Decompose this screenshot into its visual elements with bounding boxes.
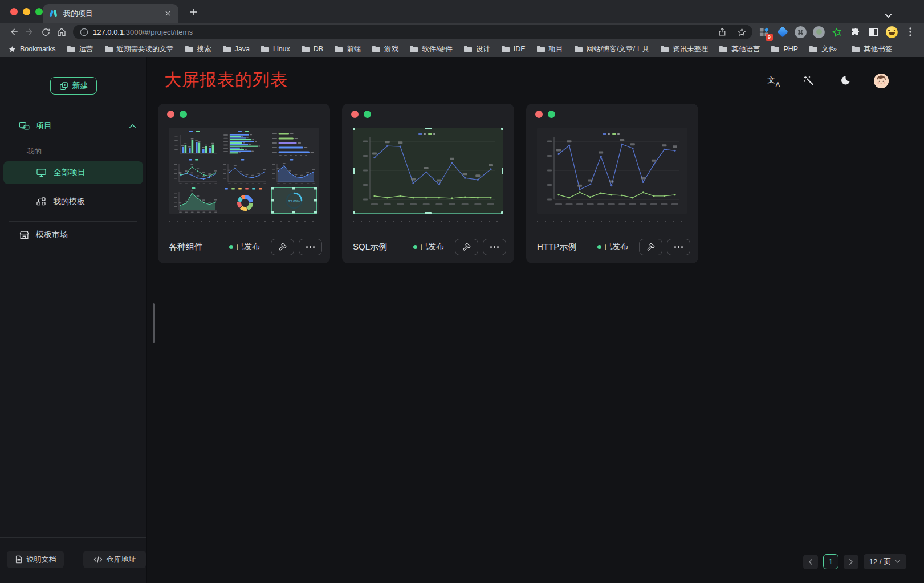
project-thumbnail[interactable] <box>353 128 503 214</box>
sidebar-group-mine: 我的 <box>0 142 146 161</box>
project-card[interactable]: 25.00% 各种组件 已发布 <box>158 104 330 263</box>
monitor-icon <box>36 168 47 178</box>
bookmark-folder[interactable]: 游戏 <box>372 44 398 54</box>
extension-dot-icon[interactable] <box>812 25 826 39</box>
bookmark-folder[interactable]: 软件/硬件 <box>409 44 452 54</box>
edit-button[interactable] <box>639 239 662 255</box>
user-avatar[interactable] <box>874 74 889 88</box>
folder-icon <box>104 45 113 53</box>
tab-close-icon[interactable] <box>163 9 173 18</box>
sidebar-section-projects[interactable]: 项目 <box>0 117 146 135</box>
green-dot-icon <box>548 111 555 118</box>
template-icon <box>36 197 46 207</box>
forward-icon[interactable] <box>22 24 38 40</box>
language-icon[interactable]: 文 A <box>767 75 780 87</box>
bookmark-star-icon[interactable] <box>734 25 749 39</box>
folder-icon <box>536 45 546 53</box>
project-name: 各种组件 <box>169 242 229 252</box>
side-panel-icon[interactable] <box>866 25 881 39</box>
bookmark-folder[interactable]: 设计 <box>463 44 490 54</box>
folder-icon <box>67 45 76 53</box>
bookmark-folder[interactable]: Linux <box>260 45 290 53</box>
bookmark-folder[interactable]: 近期需要读的文章 <box>104 44 174 54</box>
repo-button[interactable]: 仓库地址 <box>83 551 146 568</box>
hammer-icon <box>462 242 471 251</box>
extension-star-icon[interactable] <box>830 25 844 39</box>
green-dot-icon <box>364 111 371 118</box>
site-favicon <box>48 9 58 18</box>
bookmark-folder[interactable]: 其他语言 <box>719 44 760 54</box>
bookmark-folder[interactable]: IDE <box>501 45 526 53</box>
project-thumbnail[interactable] <box>537 128 687 214</box>
window-dots <box>535 111 555 118</box>
bookmark-folder[interactable]: Java <box>222 45 250 53</box>
magic-wand-icon[interactable] <box>802 74 816 88</box>
sidebar-item-template-market[interactable]: 模板市场 <box>0 226 146 244</box>
url-text: 127.0.0.1:3000/#/project/items <box>93 28 710 36</box>
bookmark-folder[interactable]: 文件服务器 <box>809 44 833 54</box>
zoom-window-icon[interactable] <box>35 8 43 15</box>
new-project-button[interactable]: 新建 <box>50 77 97 95</box>
extension-grid-icon[interactable]: 9 <box>757 25 771 39</box>
more-button[interactable] <box>483 239 506 255</box>
folder-icon <box>222 45 231 53</box>
dark-mode-moon-icon[interactable] <box>838 74 852 88</box>
card-footer: SQL示例 已发布 <box>353 238 506 255</box>
address-bar[interactable]: 127.0.0.1:3000/#/project/items <box>73 25 752 39</box>
edit-button[interactable] <box>271 239 294 255</box>
chevron-up-icon[interactable] <box>129 124 136 129</box>
docs-button[interactable]: 说明文档 <box>7 551 64 568</box>
bookmark-folder[interactable]: PHP <box>771 45 798 53</box>
reload-icon[interactable] <box>38 24 54 40</box>
emoji-extension-icon[interactable] <box>885 25 899 39</box>
back-icon[interactable] <box>6 24 22 40</box>
close-window-icon[interactable] <box>10 8 18 15</box>
extension-puzzle-icon[interactable] <box>848 25 862 39</box>
minimize-window-icon[interactable] <box>23 8 30 15</box>
project-card[interactable]: SQL示例 已发布 <box>342 104 514 263</box>
sidebar-item-all-projects[interactable]: 全部项目 <box>3 161 143 184</box>
extension-gem-icon[interactable] <box>775 25 789 39</box>
next-page-button[interactable] <box>844 555 858 569</box>
dashed-divider <box>353 221 503 222</box>
sidebar-divider <box>9 221 137 222</box>
bookmarks-right-group: » 其他书签 <box>833 44 916 54</box>
bookmark-folder[interactable]: 前端 <box>334 44 361 54</box>
status-badge: 已发布 <box>413 242 444 252</box>
browser-menu-icon[interactable] <box>903 25 917 39</box>
more-button[interactable] <box>299 239 322 255</box>
ellipsis-icon <box>490 246 499 248</box>
bookmark-folder[interactable]: 运营 <box>67 44 93 54</box>
scrollbar-thumb[interactable] <box>153 303 155 343</box>
prev-page-button[interactable] <box>803 555 818 569</box>
tab-search-chevron-icon[interactable] <box>885 13 892 18</box>
bookmarks-overflow-chevron[interactable]: » <box>833 45 837 53</box>
bookmark-folder[interactable]: 搜索 <box>185 44 211 54</box>
page-size-select[interactable]: 12 / 页 <box>864 554 906 569</box>
status-dot-icon <box>229 245 233 249</box>
other-bookmarks[interactable]: 其他书签 <box>851 44 892 54</box>
share-icon[interactable] <box>715 25 730 39</box>
sidebar-item-my-templates[interactable]: 我的模板 <box>0 193 146 211</box>
new-tab-button[interactable] <box>186 5 201 19</box>
bookmark-folder[interactable]: 项目 <box>536 44 563 54</box>
active-tab[interactable]: 我的项目 <box>43 4 178 23</box>
red-dot-icon <box>535 111 543 118</box>
card-footer: 各种组件 已发布 <box>169 238 322 255</box>
current-page[interactable]: 1 <box>823 554 838 569</box>
dashed-divider <box>537 221 687 222</box>
project-card[interactable]: HTTP示例 已发布 <box>526 104 698 263</box>
home-icon[interactable] <box>54 24 70 40</box>
dashed-divider <box>169 221 319 222</box>
bookmark-folder[interactable]: 资讯未整理 <box>660 44 709 54</box>
site-info-icon[interactable] <box>80 28 88 36</box>
red-dot-icon <box>351 111 359 118</box>
more-button[interactable] <box>667 239 690 255</box>
folder-icon <box>851 45 860 53</box>
extension-command-icon[interactable] <box>793 25 808 39</box>
bookmark-folder[interactable]: DB <box>301 45 323 53</box>
bookmarks-root[interactable]: Bookmarks <box>8 45 56 54</box>
edit-button[interactable] <box>455 239 478 255</box>
bookmark-folder[interactable]: 网站/博客/文章/工具 <box>574 44 649 54</box>
project-thumbnail[interactable]: 25.00% <box>169 128 319 214</box>
